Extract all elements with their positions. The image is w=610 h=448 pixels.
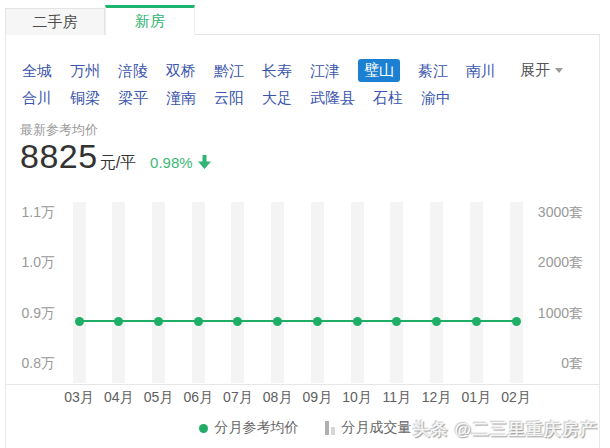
x-axis-line (6, 384, 599, 385)
month-band (231, 202, 244, 383)
right-axis-tick-label: 3000套 (523, 204, 583, 220)
x-axis-tick-label: 02月 (494, 389, 538, 407)
right-axis-tick-label: 1000套 (523, 305, 583, 321)
x-axis-tick-label: 04月 (97, 389, 141, 407)
legend-item[interactable]: 分月参考均价 (199, 419, 299, 437)
price-unit: 元/平 (100, 153, 136, 174)
x-axis-tick-label: 08月 (256, 389, 300, 407)
region-link[interactable]: 全城 (22, 61, 52, 81)
region-link[interactable]: 石柱 (373, 88, 403, 108)
x-axis-tick-label: 07月 (216, 389, 260, 407)
price-down-arrow-icon (198, 155, 211, 173)
month-band (351, 202, 364, 383)
left-axis-tick-label: 1.1万 (10, 204, 55, 220)
x-axis-tick-label: 06月 (176, 389, 220, 407)
month-band (311, 202, 324, 383)
month-band (152, 202, 165, 383)
price-block: 8825 元/平 0.98% (20, 137, 211, 176)
avg-price-line (79, 320, 516, 322)
month-band (192, 202, 205, 383)
left-axis-tick-label: 0.9万 (10, 305, 55, 321)
month-band (73, 202, 86, 383)
data-point (353, 317, 362, 326)
data-point (512, 317, 521, 326)
data-point (432, 317, 441, 326)
region-link[interactable]: 江津 (310, 61, 340, 81)
region-link[interactable]: 涪陵 (118, 61, 148, 81)
legend-dot-icon (199, 424, 208, 433)
x-axis-tick-label: 12月 (415, 389, 459, 407)
region-link[interactable]: 梁平 (118, 88, 148, 108)
panel-border-left (5, 34, 6, 448)
data-point (194, 317, 203, 326)
month-band (430, 202, 443, 383)
x-axis-tick-label: 09月 (295, 389, 339, 407)
month-band (510, 202, 523, 383)
region-link[interactable]: 铜梁 (70, 88, 100, 108)
legend-label: 分月参考均价 (215, 419, 299, 437)
left-axis-tick-label: 1.0万 (10, 254, 55, 270)
x-axis-tick-label: 10月 (335, 389, 379, 407)
price-value: 8825 (20, 137, 98, 176)
data-point (154, 317, 163, 326)
x-axis-tick-label: 05月 (136, 389, 180, 407)
region-link[interactable]: 渝中 (421, 88, 451, 108)
x-axis-tick-label: 01月 (454, 389, 498, 407)
data-point (313, 317, 322, 326)
region-link[interactable]: 长寿 (262, 61, 292, 81)
chevron-down-icon (555, 68, 563, 73)
month-band (470, 202, 483, 383)
region-link[interactable]: 大足 (262, 88, 292, 108)
tab-new-house[interactable]: 新房 (105, 5, 195, 35)
x-axis-tick-label: 03月 (57, 389, 101, 407)
region-link[interactable]: 黔江 (214, 61, 244, 81)
x-axis-tick-label: 11月 (375, 389, 419, 407)
panel-border-right (599, 34, 600, 448)
region-row-2: 合川铜梁梁平潼南云阳大足武隆县石柱渝中 (22, 88, 451, 108)
region-link[interactable]: 双桥 (166, 61, 196, 81)
month-band (112, 202, 125, 383)
legend-label: 分月成交量 (342, 419, 412, 437)
region-link[interactable]: 綦江 (418, 61, 448, 81)
region-link[interactable]: 武隆县 (310, 88, 355, 108)
region-link[interactable]: 南川 (466, 61, 496, 81)
right-axis-tick-label: 2000套 (523, 254, 583, 270)
region-link[interactable]: 万州 (70, 61, 100, 81)
expand-button[interactable]: 展开 (520, 61, 563, 80)
month-band (390, 202, 403, 383)
data-point (472, 317, 481, 326)
price-change: 0.98% (150, 154, 193, 171)
month-band (271, 202, 284, 383)
tab-secondhand[interactable]: 二手房 (5, 8, 105, 35)
expand-label: 展开 (520, 61, 550, 80)
watermark: 头条 @二三里重庆房产 (413, 418, 598, 441)
region-row-1: 全城万州涪陵双桥黔江长寿江津璧山綦江南川 (22, 59, 496, 82)
right-axis-tick-label: 0套 (523, 355, 583, 371)
region-link[interactable]: 云阳 (214, 88, 244, 108)
legend-item[interactable]: 分月成交量 (325, 419, 412, 437)
data-point (75, 317, 84, 326)
region-link[interactable]: 潼南 (166, 88, 196, 108)
region-link[interactable]: 璧山 (358, 59, 400, 82)
left-axis-tick-label: 0.8万 (10, 355, 55, 371)
region-link[interactable]: 合川 (22, 88, 52, 108)
legend-bars-icon (325, 421, 335, 435)
